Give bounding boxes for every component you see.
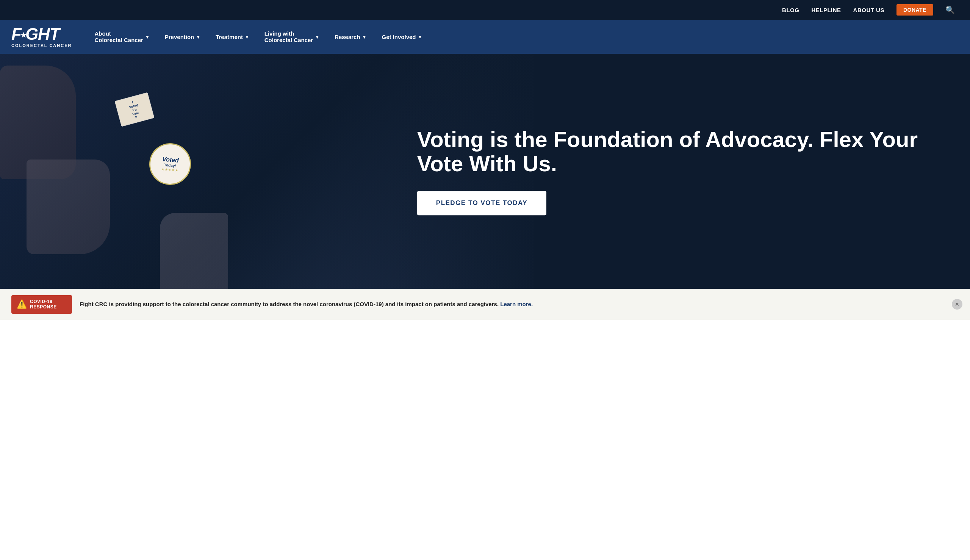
hero-content: Voting is the Foundation of Advocacy. Fl…: [417, 127, 922, 215]
nav-prevention[interactable]: Prevention ▼: [157, 20, 208, 54]
logo-fight-text: F★GHT: [12, 26, 72, 42]
hand-shape-3: [160, 213, 228, 289]
nav-treatment[interactable]: Treatment ▼: [208, 20, 257, 54]
nav-living-with-colorectal-cancer[interactable]: Living withColorectal Cancer ▼: [257, 20, 327, 54]
voted-sticker-2: Voted Today! ★ ★ ★ ★ ★: [148, 141, 193, 187]
nav-research[interactable]: Research ▼: [327, 20, 374, 54]
covid-banner: ⚠️ COVID-19 RESPONSE Fight CRC is provid…: [0, 289, 970, 320]
voted-sticker-1: I Voted Yo Vote 🏳: [115, 92, 154, 127]
logo-link[interactable]: F★GHT COLORECTAL CANCER: [12, 26, 72, 48]
covid-icon: ⚠️: [17, 299, 27, 309]
top-utility-bar: BLOG HELPLINE ABOUT US DONATE 🔍: [0, 0, 970, 20]
chevron-down-icon: ▼: [245, 35, 249, 40]
logo-star-icon: ★: [20, 32, 26, 38]
chevron-down-icon: ▼: [418, 35, 422, 40]
donate-button[interactable]: DONATE: [897, 4, 933, 15]
blog-link[interactable]: BLOG: [782, 7, 799, 13]
hand-shape-2: [27, 160, 110, 254]
hero-title: Voting is the Foundation of Advocacy. Fl…: [417, 127, 922, 176]
nav-about-colorectal-cancer[interactable]: AboutColorectal Cancer ▼: [87, 20, 157, 54]
chevron-down-icon: ▼: [362, 35, 367, 40]
about-us-link[interactable]: ABOUT US: [853, 7, 884, 13]
covid-banner-close-button[interactable]: ✕: [952, 299, 962, 310]
search-icon[interactable]: 🔍: [945, 5, 955, 14]
logo-subtitle: COLORECTAL CANCER: [12, 43, 72, 48]
covid-learn-more-link[interactable]: Learn more.: [500, 301, 533, 307]
hero-section: I Voted Yo Vote 🏳 Voted Today! ★ ★ ★ ★ ★…: [0, 54, 970, 289]
nav-links: AboutColorectal Cancer ▼ Prevention ▼ Tr…: [87, 20, 958, 54]
chevron-down-icon: ▼: [196, 35, 200, 40]
nav-get-involved[interactable]: Get Involved ▼: [374, 20, 430, 54]
covid-badge-line1: COVID-19: [30, 299, 57, 304]
helpline-link[interactable]: HELPLINE: [811, 7, 841, 13]
covid-message: Fight CRC is providing support to the co…: [80, 300, 533, 309]
covid-badge-line2: RESPONSE: [30, 304, 57, 310]
covid-message-bold: Fight CRC is providing support to the co…: [80, 301, 500, 307]
chevron-down-icon: ▼: [145, 35, 150, 40]
pledge-to-vote-button[interactable]: PLEDGE TO VOTE TODAY: [417, 191, 547, 215]
chevron-down-icon: ▼: [315, 35, 319, 40]
main-nav: F★GHT COLORECTAL CANCER AboutColorectal …: [0, 20, 970, 54]
covid-badge: ⚠️ COVID-19 RESPONSE: [12, 295, 72, 314]
